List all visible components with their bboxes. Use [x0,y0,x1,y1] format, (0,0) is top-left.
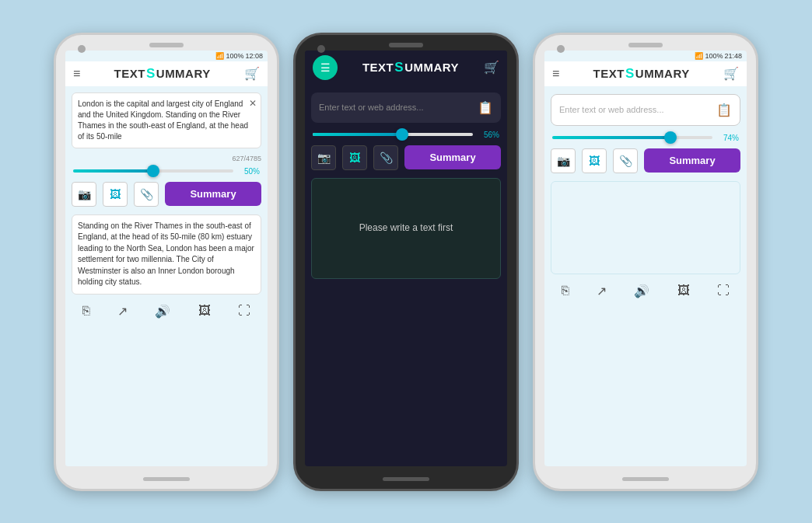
menu-icon-1[interactable]: ≡ [73,67,80,81]
action-row-3: 📷 🖼 📎 Summary [544,145,747,176]
camera-dot-2 [317,45,325,53]
input-placeholder-2: Enter text or web address... [319,103,424,112]
summary-output-1: Standing on the River Thames in the sout… [72,214,261,295]
text-content-1: London is the capital and largest city o… [78,99,248,141]
title-s-2: S [394,60,404,75]
clipboard-icon-3[interactable]: 📋 [716,103,732,117]
image-btn-3[interactable]: 🖼 [582,148,607,173]
slider-container-1: 50% [65,164,268,179]
title-ummary-3: UMMARY [635,67,690,80]
camera-btn-2[interactable]: 📷 [311,145,336,170]
phone-screen-3: 📶 100% 21:48 ≡ TEXT S UMMARY 🛒 Enter tex… [544,51,747,466]
cart-icon-2[interactable]: 🛒 [484,60,499,75]
share-icon-3[interactable]: ↗ [597,284,607,298]
speaker-3 [628,43,663,47]
phone-screen-1: 📶 100% 12:08 ≡ TEXT S UMMARY 🛒 London is… [65,51,268,466]
copy-icon-3[interactable]: ⎘ [562,284,569,298]
copy-icon-1[interactable]: ⎘ [82,304,90,318]
time-label-3: 21:48 [724,52,742,60]
phone-top-bar-3 [535,35,756,51]
input-area-2[interactable]: Enter text or web address... 📋 [311,92,501,123]
audio-icon-3[interactable]: 🔊 [634,284,649,298]
camera-btn-1[interactable]: 📷 [72,182,96,207]
attach-btn-1[interactable]: 📎 [134,182,159,207]
title-ummary-1: UMMARY [156,67,211,80]
app-title-3: TEXT S UMMARY [593,66,690,82]
summary-output-3 [551,181,740,274]
menu-icon-2: ☰ [320,61,331,74]
summary-btn-3[interactable]: Summary [644,148,740,173]
summary-btn-1[interactable]: Summary [165,182,261,206]
slider-pct-3: 74% [717,134,739,142]
phone-screen-2: ☰ TEXT S UMMARY 🛒 Enter text or web addr… [305,51,507,466]
cart-icon-3[interactable]: 🛒 [723,66,739,81]
clipboard-icon-2[interactable]: 📋 [478,100,493,115]
action-row-2: 📷 🖼 📎 Summary [305,142,507,173]
attach-btn-3[interactable]: 📎 [613,148,638,173]
slider-container-3: 74% [544,131,747,145]
char-count-1: 627/4785 [65,155,268,164]
img-icon-1[interactable]: 🖼 [198,304,211,318]
status-icons-3: 📶 100% 21:48 [695,52,742,60]
menu-circle-2[interactable]: ☰ [313,55,338,80]
title-ummary-2: UMMARY [404,61,459,74]
slider-thumb-1[interactable] [147,165,159,177]
camera-dot-3 [557,45,565,53]
img-icon-3[interactable]: 🖼 [677,284,690,298]
phone-3: 📶 100% 21:48 ≡ TEXT S UMMARY 🛒 Enter tex… [533,33,758,491]
bottom-action-bar-1: ⎘ ↗ 🔊 🖼 ⛶ [65,299,268,323]
battery-label-1: 100% [226,52,243,60]
slider-track-3[interactable] [552,136,712,139]
slider-fill-3 [552,136,670,139]
menu-icon-3[interactable]: ≡ [552,67,559,81]
slider-thumb-3[interactable] [664,131,677,144]
attach-btn-2[interactable]: 📎 [373,145,398,170]
phone-top-bar-1 [56,35,277,51]
slider-fill-1 [73,169,153,173]
app-title-2: TEXT S UMMARY [362,60,459,75]
summary-text-1: Standing on the River Thames in the sout… [78,221,254,287]
title-text-prefix-3: TEXT [593,67,625,80]
title-s-3: S [625,66,635,82]
speaker-2 [389,43,423,47]
phone-top-bar-2 [296,35,516,51]
image-btn-2[interactable]: 🖼 [342,145,367,170]
app-header-2: ☰ TEXT S UMMARY 🛒 [305,51,507,85]
share-icon-1[interactable]: ↗ [117,304,128,319]
slider-track-1[interactable] [73,169,233,173]
input-area-3[interactable]: Enter text or web address... 📋 [551,94,740,126]
slider-thumb-2[interactable] [396,128,408,141]
time-label-1: 12:08 [245,52,263,60]
slider-track-2[interactable] [313,133,473,136]
status-bar-1: 📶 100% 12:08 [65,51,268,61]
phone-bottom-bar-2 [383,477,429,481]
slider-fill-2 [313,133,402,136]
app-header-3: ≡ TEXT S UMMARY 🛒 [544,61,747,86]
summary-btn-2[interactable]: Summary [404,145,501,169]
title-text-prefix-1: TEXT [114,67,145,80]
app-header-1: ≡ TEXT S UMMARY 🛒 [65,61,268,86]
phone-1: 📶 100% 12:08 ≡ TEXT S UMMARY 🛒 London is… [54,33,279,491]
phones-container: 📶 100% 12:08 ≡ TEXT S UMMARY 🛒 London is… [46,25,766,499]
camera-btn-3[interactable]: 📷 [551,148,576,173]
image-btn-1[interactable]: 🖼 [103,182,128,207]
battery-label-3: 100% [705,52,723,60]
close-icon-1[interactable]: ✕ [249,97,257,110]
expand-icon-3[interactable]: ⛶ [717,284,730,298]
slider-pct-1: 50% [238,167,260,176]
signal-icon-3: 📶 [695,52,703,60]
text-input-area-1[interactable]: London is the capital and largest city o… [72,92,261,148]
phone-2: ☰ TEXT S UMMARY 🛒 Enter text or web addr… [293,33,519,491]
status-bar-3: 📶 100% 21:48 [544,51,747,61]
bottom-action-bar-3: ⎘ ↗ 🔊 🖼 ⛶ [544,279,747,303]
audio-icon-1[interactable]: 🔊 [155,304,170,319]
title-s-1: S [146,66,156,82]
expand-icon-1[interactable]: ⛶ [238,304,250,318]
input-placeholder-3: Enter text or web address... [559,105,664,114]
summary-output-2: Please write a text first [311,178,501,279]
cart-icon-1[interactable]: 🛒 [244,66,260,81]
phone1-content: London is the capital and largest city o… [65,86,268,466]
slider-pct-2: 56% [478,131,499,139]
speaker-1 [149,43,184,47]
camera-dot-1 [78,45,86,53]
